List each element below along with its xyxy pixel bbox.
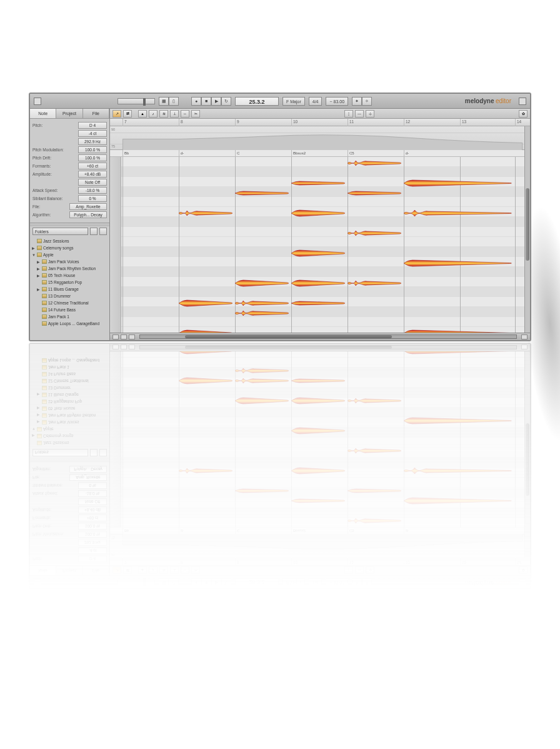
bar-ruler[interactable]: 7891011121314: [110, 558, 530, 565]
note-blob[interactable]: [179, 208, 234, 216]
bottom-icon-4[interactable]: [521, 334, 528, 339]
chord-marker[interactable]: C: [235, 150, 239, 157]
formants-value[interactable]: +60 ct: [78, 515, 107, 521]
note-blob[interactable]: [291, 208, 346, 216]
note-blob[interactable]: [291, 178, 346, 186]
chord-marker[interactable]: Bbsus2: [291, 150, 306, 157]
tree-item[interactable]: ▶Jam Pack Rhythm Section: [32, 265, 108, 272]
note-blob[interactable]: [179, 378, 234, 386]
zoom-mode-1[interactable]: ▦: [159, 97, 169, 106]
attack-value[interactable]: -18.0 %: [78, 187, 107, 194]
bottom-icon-4[interactable]: [521, 345, 528, 350]
tab-file[interactable]: File: [83, 109, 109, 118]
time-display[interactable]: 25.3.2: [235, 579, 279, 588]
pmod-value[interactable]: 100.0 %: [78, 146, 107, 153]
pdrift-value[interactable]: 100.0 %: [78, 154, 107, 161]
amp-value[interactable]: +8.40 dB: [78, 506, 107, 513]
piano-ruler[interactable]: [110, 157, 121, 333]
tree-item[interactable]: 15 Reggaeton Pop: [32, 398, 108, 405]
note-blob[interactable]: [404, 328, 513, 333]
window-maximize-button[interactable]: [519, 98, 526, 105]
note-blob[interactable]: [179, 298, 234, 306]
snap-button-1[interactable]: ✦: [352, 579, 362, 588]
bottom-icon-2[interactable]: [121, 345, 127, 350]
tempo-display[interactable]: ~ 83.00: [326, 97, 348, 106]
horizontal-scrollbar[interactable]: [139, 334, 517, 339]
note-blob[interactable]: [179, 351, 234, 356]
note-blob[interactable]: [179, 328, 234, 333]
note-blob[interactable]: [235, 278, 290, 286]
bottom-icon-3[interactable]: [129, 334, 135, 339]
tree-item[interactable]: ▼Apple: [32, 426, 108, 433]
snap-button-2[interactable]: ✧: [362, 579, 372, 588]
tree-item[interactable]: ▶Jam Pack Voices: [32, 258, 108, 265]
hz-value[interactable]: 292.9 Hz: [78, 138, 107, 145]
note-blob[interactable]: [291, 398, 346, 406]
note-blob[interactable]: [291, 468, 346, 476]
chord-marker[interactable]: Bbsus2: [291, 527, 306, 534]
note-blob[interactable]: [179, 468, 234, 476]
tree-item[interactable]: ▶05 Tech House: [32, 272, 108, 279]
tool-amplitude[interactable]: ⊥: [170, 110, 179, 118]
timesig-display[interactable]: 4/4: [309, 579, 322, 588]
bar-ruler[interactable]: 7891011121314: [110, 119, 530, 126]
note-blob[interactable]: [291, 378, 346, 386]
loop-button[interactable]: ↻: [221, 97, 231, 106]
note-blob[interactable]: [404, 418, 513, 426]
tool-main[interactable]: ↗: [112, 110, 121, 118]
note-blob[interactable]: [348, 188, 402, 196]
note-blob[interactable]: [404, 208, 513, 216]
tab-project[interactable]: Project: [56, 109, 82, 118]
note-blob[interactable]: [291, 298, 346, 306]
vertical-scrollbar[interactable]: [524, 351, 530, 558]
chord-marker[interactable]: C: [235, 527, 239, 534]
attack-value[interactable]: -18.0 %: [78, 490, 107, 497]
pdrift-value[interactable]: 100.0 %: [78, 523, 107, 530]
pitch-grid-2[interactable]: ⋯: [355, 110, 364, 118]
folders-dropdown[interactable]: Folders: [32, 228, 88, 235]
note-blob[interactable]: [235, 488, 290, 496]
hz-value[interactable]: 292.9 Hz: [78, 539, 107, 546]
folder-opt-2[interactable]: [99, 449, 107, 456]
pitch-grid-2[interactable]: ⋯: [355, 567, 364, 575]
tree-item[interactable]: 12 Chinese Traditional: [32, 378, 108, 385]
note-blob[interactable]: [404, 468, 513, 476]
timesig-display[interactable]: 4/4: [309, 97, 322, 106]
sidebar-divider[interactable]: [30, 458, 109, 461]
tool-pitch[interactable]: ♪: [149, 567, 158, 575]
chord-marker[interactable]: C5: [348, 150, 354, 157]
folders-dropdown[interactable]: Folders: [32, 449, 88, 456]
play-button[interactable]: ▶: [211, 97, 221, 106]
tab-file[interactable]: File: [83, 566, 109, 575]
tree-item[interactable]: 12 Chinese Traditional: [32, 299, 108, 306]
tree-item[interactable]: 14 Future Bass: [32, 306, 108, 313]
tool-timing[interactable]: ↔: [181, 110, 189, 118]
chord-marker[interactable]: d-: [404, 150, 409, 157]
tempo-envelope[interactable]: 90 75: [110, 126, 530, 150]
vertical-scrollbar[interactable]: [524, 126, 530, 333]
tab-note[interactable]: Note: [30, 109, 56, 118]
note-blob[interactable]: [348, 158, 402, 166]
tool-pointer[interactable]: ▲: [138, 567, 147, 575]
tree-item[interactable]: ▶Celemony songs: [32, 244, 108, 251]
tree-item[interactable]: ▶11 Blues Garage: [32, 391, 108, 398]
pitch-value[interactable]: D 4: [78, 122, 107, 129]
tree-item[interactable]: ▶Celemony songs: [32, 433, 108, 440]
note-blob[interactable]: [235, 378, 290, 386]
tree-item[interactable]: 13 Drummer: [32, 293, 108, 299]
chord-marker[interactable]: Bb: [122, 150, 129, 157]
note-blob[interactable]: [348, 518, 402, 526]
note-blob[interactable]: [291, 278, 346, 286]
window-maximize-button[interactable]: [519, 580, 526, 587]
pitch-grid-1[interactable]: ⋮: [344, 110, 353, 118]
zoom-mode-1[interactable]: ▦: [159, 579, 169, 588]
tool-scroll[interactable]: ⇄: [123, 567, 132, 575]
note-blob[interactable]: [348, 228, 402, 236]
tab-note[interactable]: Note: [30, 566, 56, 575]
cents-value[interactable]: -4 ct: [78, 547, 107, 554]
tree-item[interactable]: Jazz Sessions: [32, 238, 108, 244]
chord-marker[interactable]: d-: [404, 527, 409, 534]
zoom-mode-2[interactable]: ▯: [169, 97, 179, 106]
tool-timing[interactable]: ↔: [181, 567, 189, 575]
record-button[interactable]: ●: [191, 579, 201, 588]
